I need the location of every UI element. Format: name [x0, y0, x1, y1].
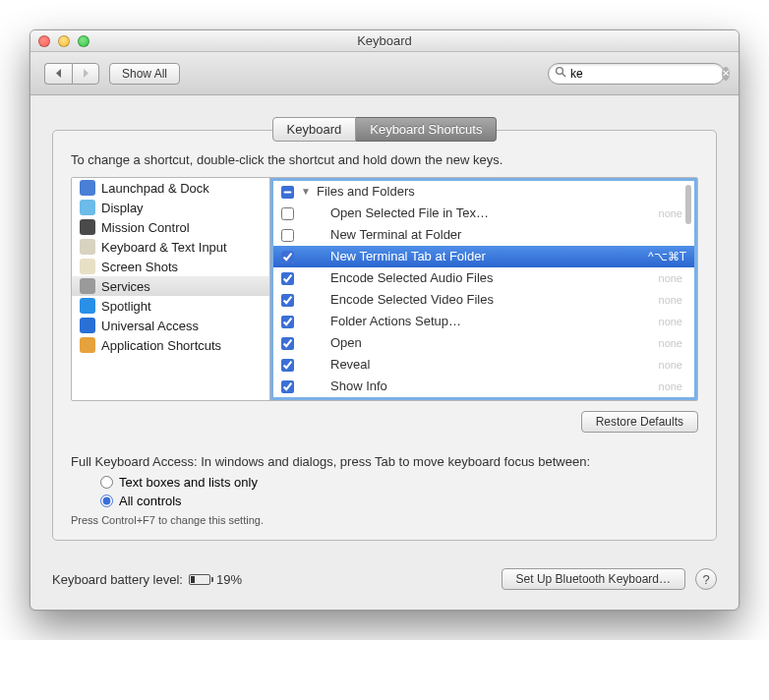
shortcut-key: ^⌥⌘T: [648, 248, 686, 265]
category-icon: [80, 278, 95, 294]
shortcut-label: New Terminal Tab at Folder: [317, 248, 642, 265]
shortcut-none-badge: none: [659, 399, 686, 400]
category-icon: [80, 298, 95, 314]
sidebar-item-label: Keyboard & Text Input: [101, 240, 227, 255]
tree-row[interactable]: Open Selected File in Tex…none: [273, 203, 694, 224]
shortcut-checkbox[interactable]: [281, 229, 294, 242]
battery-label: Keyboard battery level:: [52, 572, 183, 587]
show-all-button[interactable]: Show All: [109, 63, 180, 85]
keyboard-access-hint: Press Control+F7 to change this setting.: [71, 514, 698, 526]
category-icon: [80, 239, 95, 255]
restore-defaults-button[interactable]: Restore Defaults: [581, 411, 698, 433]
forward-button[interactable]: [72, 63, 99, 85]
tree-row[interactable]: Encode Selected Audio Filesnone: [273, 267, 694, 289]
nav-buttons: [44, 63, 99, 85]
sidebar-item[interactable]: Keyboard & Text Input: [72, 237, 269, 257]
shortcut-checkbox[interactable]: [281, 337, 294, 350]
radio-all-controls[interactable]: All controls: [100, 494, 698, 508]
window-title: Keyboard: [30, 33, 739, 48]
radio-text-boxes-label: Text boxes and lists only: [119, 475, 258, 490]
category-icon: [80, 200, 95, 215]
shortcut-none-badge: none: [659, 334, 686, 352]
split-view: Launchpad & DockDisplayMission ControlKe…: [71, 177, 698, 401]
search-input[interactable]: [570, 67, 718, 81]
setup-bluetooth-keyboard-button[interactable]: Set Up Bluetooth Keyboard…: [502, 568, 685, 590]
radio-all-controls-label: All controls: [119, 494, 182, 508]
category-icon: [80, 219, 95, 235]
shortcut-label: New Terminal at Folder: [317, 226, 686, 244]
sidebar-item[interactable]: Display: [72, 198, 269, 217]
preferences-window: Keyboard Show All ✕ Keyboard Keyboard Sh…: [30, 29, 739, 611]
tree-row[interactable]: New Terminal Tab at Folder^⌥⌘T: [273, 246, 694, 267]
shortcut-checkbox[interactable]: [281, 359, 294, 372]
search-field[interactable]: ✕: [548, 63, 725, 85]
tree-row[interactable]: Show Infonone: [273, 376, 694, 397]
sidebar-item[interactable]: Services: [72, 276, 269, 296]
svg-line-1: [562, 74, 565, 77]
shortcut-checkbox[interactable]: [281, 380, 294, 393]
shortcut-label: Encode Selected Audio Files: [317, 269, 653, 287]
footer: Keyboard battery level: 19% Set Up Bluet…: [30, 553, 739, 610]
category-sidebar[interactable]: Launchpad & DockDisplayMission ControlKe…: [72, 178, 270, 400]
tab-bar: Keyboard Keyboard Shortcuts: [52, 117, 717, 142]
tree-row[interactable]: New Terminal at Folder: [273, 224, 694, 246]
battery-icon: [189, 574, 210, 585]
sidebar-item[interactable]: Mission Control: [72, 217, 269, 237]
instruction-text: To change a shortcut, double-click the s…: [71, 152, 698, 167]
disclosure-triangle-icon[interactable]: ▼: [301, 183, 311, 201]
shortcut-label: Open Selected File in Tex…: [317, 204, 653, 222]
tree-row[interactable]: Encode Selected Video Filesnone: [273, 289, 694, 311]
shortcut-checkbox[interactable]: [281, 316, 294, 328]
sidebar-item[interactable]: Screen Shots: [72, 257, 269, 276]
tree-row[interactable]: Open as Twitter Usernamenone: [273, 397, 694, 400]
clear-search-button[interactable]: ✕: [722, 67, 730, 81]
sidebar-item-label: Launchpad & Dock: [101, 181, 209, 196]
shortcuts-tree[interactable]: ▼Files and Folders Open Selected File in…: [270, 178, 697, 400]
sidebar-item-label: Mission Control: [101, 220, 190, 235]
shortcut-none-badge: none: [659, 313, 686, 330]
sidebar-item-label: Services: [101, 279, 150, 294]
sidebar-item-label: Application Shortcuts: [101, 338, 221, 353]
shortcut-label: Folder Actions Setup…: [317, 313, 653, 330]
shortcut-checkbox[interactable]: [281, 294, 294, 307]
tab-keyboard-shortcuts[interactable]: Keyboard Shortcuts: [356, 117, 497, 142]
radio-text-boxes-input[interactable]: [100, 476, 113, 489]
sidebar-item-label: Spotlight: [101, 299, 151, 314]
tree-row[interactable]: Folder Actions Setup…none: [273, 311, 694, 332]
tree-group-row[interactable]: ▼Files and Folders: [273, 181, 694, 203]
sidebar-item[interactable]: Spotlight: [72, 296, 269, 316]
search-icon: [555, 66, 566, 81]
group-label: Files and Folders: [317, 183, 686, 201]
shortcut-checkbox[interactable]: [281, 207, 294, 220]
shortcut-none-badge: none: [659, 269, 686, 287]
scrollbar-thumb[interactable]: [685, 185, 691, 224]
shortcut-label: Show Info: [317, 378, 653, 395]
category-icon: [80, 180, 95, 196]
shortcut-checkbox[interactable]: [281, 272, 294, 285]
shortcut-label: Reveal: [317, 356, 653, 374]
sidebar-item-label: Display: [101, 201, 144, 215]
shortcut-none-badge: none: [659, 378, 686, 395]
sidebar-item-label: Screen Shots: [101, 260, 178, 274]
radio-all-controls-input[interactable]: [100, 495, 113, 507]
shortcut-none-badge: none: [659, 204, 686, 222]
tree-row[interactable]: Revealnone: [273, 354, 694, 376]
shortcut-label: Open: [317, 334, 653, 352]
help-button[interactable]: ?: [695, 568, 717, 590]
tree-row[interactable]: Opennone: [273, 332, 694, 354]
shortcut-label: Encode Selected Video Files: [317, 291, 653, 309]
tab-keyboard[interactable]: Keyboard: [272, 117, 357, 142]
sidebar-item[interactable]: Application Shortcuts: [72, 335, 269, 355]
shortcuts-panel: To change a shortcut, double-click the s…: [52, 130, 717, 541]
shortcut-checkbox[interactable]: [281, 251, 294, 263]
keyboard-access-radiogroup: Text boxes and lists only All controls: [100, 475, 698, 508]
group-checkbox[interactable]: [281, 186, 294, 199]
shortcut-label: Open as Twitter Username: [317, 399, 653, 400]
toolbar: Show All ✕: [30, 52, 739, 95]
sidebar-item[interactable]: Universal Access: [72, 316, 269, 335]
radio-text-boxes-only[interactable]: Text boxes and lists only: [100, 475, 698, 490]
svg-point-0: [557, 68, 563, 75]
category-icon: [80, 259, 95, 274]
sidebar-item[interactable]: Launchpad & Dock: [72, 178, 269, 198]
back-button[interactable]: [44, 63, 72, 85]
